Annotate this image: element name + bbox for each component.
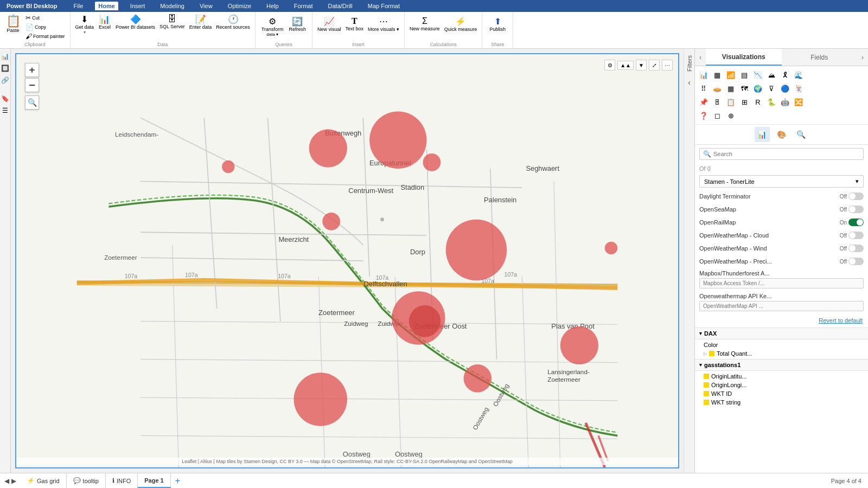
page-next-button[interactable]: ▶ [11, 477, 16, 485]
viz-treemap-icon[interactable]: ▦ [724, 82, 737, 95]
ribbon-tab-datadrill[interactable]: Data/Drill [325, 2, 356, 10]
map-expand-button[interactable]: ⤢ [649, 60, 660, 70]
viz-ribbon-chart-icon[interactable]: 🎗 [778, 68, 792, 81]
quick-measure-button[interactable]: ⚡ Quick measure [443, 15, 479, 33]
owm-preci-toggle[interactable] [848, 258, 864, 265]
viz-waterfall-icon[interactable]: 🌊 [792, 68, 805, 81]
viz-pie-chart-icon[interactable]: 🥧 [711, 82, 724, 95]
owm-api-input[interactable] [699, 301, 864, 311]
openseamap-toggle[interactable] [848, 206, 864, 213]
sql-server-button[interactable]: 🗄 SQL Server [158, 13, 187, 36]
map-style-dropdown[interactable]: Stamen - TonerLite ▾ [699, 175, 864, 188]
dax-section-header[interactable]: ▾ DAX [695, 328, 868, 339]
tab-page1[interactable]: Page 1 [138, 473, 170, 488]
new-visual-button[interactable]: 📈 New visual [316, 15, 343, 33]
fields-search-box[interactable]: 🔍 [699, 148, 864, 160]
search-map-button[interactable]: 🔍 [25, 95, 39, 110]
viz-line-chart-icon[interactable]: 📉 [751, 68, 764, 81]
data-view-icon[interactable]: 🔲 [1, 64, 10, 73]
model-view-icon[interactable]: 🔗 [1, 76, 10, 85]
wkt-id-item[interactable]: WKT ID [699, 389, 864, 398]
map-filter-button[interactable]: ▼ [636, 60, 647, 70]
filters-chevron-icon[interactable]: ‹ [688, 78, 691, 87]
viz-area-chart-icon[interactable]: ⛰ [765, 68, 778, 81]
more-visuals-button[interactable]: ⋯ More visuals ▾ [366, 15, 401, 33]
daylight-terminator-toggle[interactable] [848, 192, 864, 200]
report-view-icon[interactable]: 📊 [1, 52, 10, 61]
viz-slicer-icon[interactable]: 🎚 [711, 95, 724, 108]
fields-mode-icon[interactable]: 📊 [755, 127, 770, 142]
viz-r-script-icon[interactable]: R [751, 95, 764, 108]
owm-wind-toggle[interactable] [848, 245, 864, 252]
tab-info[interactable]: ℹ INFO [106, 473, 138, 488]
ribbon-tab-help[interactable]: Help [263, 2, 282, 10]
selection-icon[interactable]: ☰ [1, 106, 10, 115]
text-box-button[interactable]: T Text box [344, 15, 366, 33]
recent-sources-button[interactable]: 🕐 Recent sources [214, 13, 252, 36]
panel-collapse-button[interactable]: ‹ [695, 49, 706, 66]
ribbon-tab-modeling[interactable]: Modeling [157, 2, 188, 10]
visualizations-tab[interactable]: Visualizations [706, 49, 782, 66]
publish-button[interactable]: ⬆ Publish [487, 15, 508, 33]
viz-funnel-icon[interactable]: ⊽ [765, 82, 778, 95]
viz-shape-icon[interactable]: ◻ [711, 109, 724, 122]
excel-button[interactable]: 📊 Excel [97, 13, 113, 36]
dax-total-quant-item[interactable]: ▷ Total Quant... [699, 349, 864, 358]
viz-kpi-icon[interactable]: 📌 [697, 95, 710, 108]
analytics-mode-icon[interactable]: 🔍 [794, 127, 809, 142]
zoom-in-button[interactable]: + [25, 63, 39, 77]
copy-button[interactable]: 📄 Copy [24, 23, 67, 31]
wkt-string-item[interactable]: WKT string [699, 398, 864, 407]
viz-qna-icon[interactable]: ❓ [697, 109, 710, 122]
bookmarks-icon[interactable]: 🔖 [1, 94, 10, 103]
zoom-out-button[interactable]: − [25, 78, 39, 92]
origin-long-item[interactable]: OriginLongi... [699, 381, 864, 389]
viz-bar-chart-icon[interactable]: 📊 [697, 68, 710, 81]
map-action1-button[interactable]: ⚙ [604, 60, 615, 70]
paste-button[interactable]: 📋 Paste [3, 14, 23, 41]
viz-ai-icon[interactable]: 🤖 [778, 95, 792, 108]
ribbon-tab-view[interactable]: View [196, 2, 216, 10]
owm-cloud-toggle[interactable] [848, 232, 864, 239]
fields-search-input[interactable] [713, 151, 860, 157]
transform-button[interactable]: ⚙ Transform data ▾ [260, 15, 285, 38]
viz-matrix-icon[interactable]: ⊞ [738, 95, 751, 108]
cut-button[interactable]: ✂ Cut [24, 14, 67, 22]
format-mode-icon[interactable]: 🎨 [774, 127, 789, 142]
ribbon-tab-file[interactable]: File [71, 2, 87, 10]
origin-lat-item[interactable]: OriginLatitu... [699, 372, 864, 381]
format-painter-button[interactable]: 🖌 Format painter [24, 32, 67, 41]
viz-python-icon[interactable]: 🐍 [765, 95, 778, 108]
gasstations-section-header[interactable]: ▾ gasstations1 [695, 359, 868, 371]
viz-filled-map-icon[interactable]: 🌍 [751, 82, 764, 95]
get-data-button[interactable]: ⬇ Get data ▾ [74, 13, 96, 36]
add-page-button[interactable]: + [171, 473, 184, 488]
new-measure-button[interactable]: Σ New measure [408, 15, 442, 33]
ribbon-tab-home[interactable]: Home [95, 2, 118, 10]
ribbon-tab-insert[interactable]: Insert [127, 2, 149, 10]
filters-label[interactable]: Filters [685, 53, 694, 74]
ribbon-tab-mapformat[interactable]: Map Format [365, 2, 403, 10]
panel-expand-button[interactable]: › [857, 49, 868, 66]
viz-decomp-icon[interactable]: 🔀 [792, 95, 805, 108]
page-prev-button[interactable]: ◀ [4, 477, 9, 485]
openrailmap-toggle[interactable] [848, 219, 864, 226]
viz-col-chart-icon[interactable]: 📶 [724, 68, 737, 81]
viz-stacked-col-icon[interactable]: ▤ [738, 68, 751, 81]
enter-data-button[interactable]: 📝 Enter data [188, 13, 214, 36]
mapbox-input[interactable] [699, 278, 864, 288]
viz-map-icon[interactable]: 🗺 [738, 82, 751, 95]
refresh-button[interactable]: 🔄 Refresh [288, 15, 308, 33]
powerbi-datasets-button[interactable]: 🔷 Power BI datasets [114, 13, 157, 36]
tab-gas-grid[interactable]: ⚡ Gas grid [21, 473, 67, 488]
viz-stacked-bar-icon[interactable]: ▦ [711, 68, 724, 81]
tab-tooltip[interactable]: 💬 tooltip [67, 473, 106, 488]
viz-gauge-icon[interactable]: 🔵 [778, 82, 792, 95]
map-drill-button[interactable]: ▲▲ [617, 61, 634, 70]
map-canvas[interactable]: 107a 107a 107a 107a 107a 107a Buitenwegh… [15, 53, 679, 468]
viz-custom-icon[interactable]: ⊕ [724, 109, 737, 122]
dax-color-item[interactable]: Color [699, 341, 864, 349]
viz-table-icon[interactable]: 📋 [724, 95, 737, 108]
fields-tab[interactable]: Fields [782, 49, 858, 66]
map-more-button[interactable]: ⋯ [662, 60, 673, 70]
